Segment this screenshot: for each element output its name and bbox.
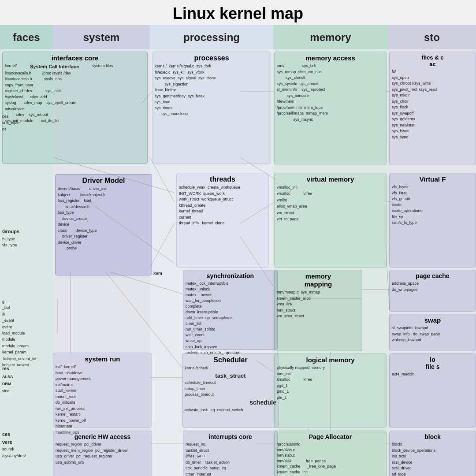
item: INIT_WORK queue_work: [179, 191, 266, 197]
item: mm/mmap.c: [277, 290, 299, 296]
item: sys_chroot: [392, 81, 411, 87]
item: kmalloc: [277, 377, 290, 383]
item: do_timer tasklet_action: [186, 460, 275, 466]
item: sys_time: [155, 99, 268, 105]
item: sys_sysinfo: [277, 81, 298, 87]
section-title-files-core: files & cac: [392, 54, 473, 67]
item: cdev_add: [28, 94, 47, 100]
item: spin_lock_irqsave: [186, 344, 275, 350]
item: -rq: [210, 407, 215, 413]
item: file_sy: [392, 214, 473, 220]
item: work_struct workqueue_struct: [179, 197, 266, 203]
item: sys_ioctl: [45, 88, 61, 94]
section-title-logical-memory: logical memory: [277, 356, 384, 364]
item: linux/device.h: [58, 204, 149, 210]
item: sys_gettimeofday: [155, 93, 186, 100]
item: /proc /sysfs /dev: [36, 71, 71, 77]
item: kfree: [304, 377, 312, 383]
section-title-processes: processes: [155, 54, 268, 62]
item: semaphore: [212, 315, 232, 321]
item: sys_flock: [392, 104, 473, 111]
item: system files: [92, 63, 113, 71]
section-title-interrupts-core: interrupts core: [186, 433, 275, 440]
item: pte_1: [277, 395, 384, 401]
item: Groups: [2, 228, 53, 236]
item: ramfs_fs_type: [392, 220, 473, 226]
section-threads: threads schedule_work create_workqueue I…: [176, 173, 269, 268]
item: shm_vm_ops: [298, 69, 322, 75]
section-title-swap: swap: [392, 316, 473, 324]
item: pci_register_driver: [95, 448, 128, 454]
item: sys_mmap: [277, 69, 296, 75]
item: block_device_operations: [392, 448, 473, 454]
item: kernel/: [64, 364, 76, 370]
item: sys_kill: [173, 70, 186, 76]
item: /dev/mem: [277, 99, 384, 105]
item: request_mem_region: [56, 448, 93, 454]
item: hibernate: [56, 424, 149, 430]
item: kthread_create: [179, 203, 266, 209]
left-bottom-misc: ces vers sound/ /sys/any/drm/: [2, 431, 53, 459]
item: device_create: [58, 216, 149, 222]
item: fs/: [392, 69, 473, 75]
item: fs/exec.c: [155, 70, 171, 76]
section-scheduler: Scheduler kernel/sched/ task_struct sche…: [182, 353, 279, 428]
section-swap: swap sl_swapinfokswapd swap_info do_swap…: [389, 314, 476, 351]
item: sound/: [2, 446, 53, 452]
section-logical-memory: logical memory physically mapped memory …: [274, 353, 387, 428]
item: process_timeout: [185, 392, 276, 398]
section-title-virtual-memory: virtual memory: [277, 175, 384, 183]
page-title: Linux kernel map: [0, 0, 476, 25]
section-virtual-memory: virtual memory vmalloc_init vmallocvfree…: [274, 173, 387, 268]
item: sys_newlstat: [392, 123, 473, 129]
item: run_timer_softirq: [186, 327, 275, 332]
section-title-driver-model: Driver Model: [58, 177, 149, 185]
item: thread_info kernel_clone: [179, 220, 266, 227]
item: timer_interrupt: [186, 472, 275, 476]
item: do_writepages: [392, 287, 473, 293]
item: linux/syscalls.h: [5, 71, 31, 77]
item: vma_link: [277, 301, 360, 308]
item: mutex_unlock: [186, 286, 275, 292]
section-title-generic-hw-access: generic HW access: [56, 433, 149, 440]
item: driver_init: [89, 186, 107, 192]
item: vmlist: [277, 197, 287, 203]
item: schedule_work create_workqueue: [179, 185, 266, 191]
item: sys_mincore: [277, 93, 384, 99]
section-title-page-allocator: Page Allocator: [277, 433, 384, 440]
item: virt_to_page: [277, 216, 384, 222]
item: sl_swapinfo: [392, 325, 413, 331]
item: module_param: [2, 343, 53, 349]
section-title-synchronization: synchronization: [186, 272, 275, 279]
item: _buf: [2, 305, 53, 311]
item: vfree: [304, 190, 312, 197]
item: fs_type: [2, 236, 53, 242]
section-local-fs: lofile s ext4_readdir: [389, 353, 476, 428]
item: mm/slak: [277, 458, 292, 464]
item: event: [2, 324, 53, 330]
col-header-storage: sto: [388, 25, 476, 49]
item: kernel/sched/: [185, 365, 276, 372]
item: sys_msync: [277, 117, 384, 123]
left-bottom-labels: ms ALSA DRM vice: [2, 364, 53, 394]
section-title-block: block: [392, 433, 473, 440]
item: sys_mmap: [301, 290, 320, 296]
item: miscdevice: [5, 106, 25, 112]
item: wake_up: [186, 338, 275, 344]
section-driver-model: Driver Model drivers/base/driver_init ko…: [55, 174, 152, 275]
item: kmem_cache_init: [277, 469, 384, 475]
item: kernel/: [155, 63, 167, 70]
kernel-map: faces system processing memory sto inter…: [0, 25, 476, 476]
item: module: [2, 336, 53, 342]
section-block: block block/ block_device_operations ini…: [389, 431, 476, 476]
item: sys_fsync: [392, 128, 473, 134]
item: os: [2, 126, 37, 132]
item: sys_chdir: [392, 99, 473, 105]
item: mm/: [277, 63, 285, 69]
item: DRM: [2, 380, 53, 387]
item: kobject_uevent_int: [2, 356, 53, 362]
item: device_driver: [58, 240, 149, 246]
item: System Call Interface: [30, 63, 79, 71]
item: mem_tops: [304, 105, 323, 111]
item: vm_struct: [277, 210, 384, 216]
